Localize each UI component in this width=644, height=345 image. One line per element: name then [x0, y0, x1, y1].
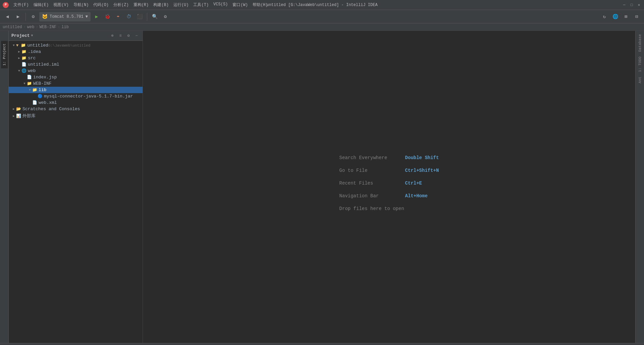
- tree-item[interactable]: ▼📁WEB-INF: [9, 80, 143, 87]
- welcome-shortcut: Double Shift: [405, 155, 439, 160]
- welcome-label: Go to File: [339, 168, 400, 173]
- collapse-button[interactable]: ⊟: [632, 12, 641, 21]
- menu-bar: 文件(F)编辑(E)视图(V)导航(N)代码(O)分析(Z)重构(R)构建(B)…: [11, 1, 270, 8]
- tree-item-name: 外部库: [22, 113, 36, 119]
- tree-item[interactable]: ▼🌐web: [9, 68, 143, 74]
- menu-item-n[interactable]: 导航(N): [71, 1, 91, 8]
- tree-item-name: .idea: [28, 49, 41, 54]
- menu-item-r[interactable]: 重构(R): [131, 1, 151, 8]
- right-tab-database[interactable]: Database: [637, 32, 643, 54]
- welcome-line: Recent FilesCtrl+E: [339, 181, 439, 186]
- tree-item[interactable]: ▼📁lib: [9, 87, 143, 93]
- run-config-label: Tomcat 8.5.701: [50, 14, 84, 19]
- tree-item-name: Scratches and Consoles: [22, 107, 80, 112]
- tree-item[interactable]: ▼▼ 📁untitled G:\JavaWeb\untitled: [9, 42, 143, 49]
- welcome-line: Navigation BarAlt+Home: [339, 193, 439, 199]
- tomcat-icon: 🐱: [42, 14, 48, 19]
- coverage-button[interactable]: ☂: [113, 12, 123, 21]
- menu-item-v[interactable]: 视图(V): [51, 1, 71, 8]
- tree-item-name: src: [28, 56, 36, 61]
- update-button[interactable]: ↻: [600, 12, 609, 21]
- menu-item-f[interactable]: 文件(F): [11, 1, 31, 8]
- run-config-arrow: ▼: [86, 14, 88, 19]
- menu-item-u[interactable]: 运行(U): [171, 1, 191, 8]
- project-panel: Project ▼ ⊕ ≡ ⚙ − ▼▼ 📁untitled G:\JavaWe…: [9, 31, 143, 343]
- panel-settings-button[interactable]: ⚙: [125, 32, 132, 39]
- left-strip: 1: Project: [0, 31, 9, 343]
- menu-item-z[interactable]: 分析(Z): [111, 1, 131, 8]
- main-layout: 1: Project Project ▼ ⊕ ≡ ⚙ − ▼▼ 📁untitle…: [0, 31, 644, 343]
- search-button[interactable]: 🔍: [150, 12, 159, 21]
- project-panel-actions: ⊕ ≡ ⚙ −: [109, 32, 140, 39]
- welcome-shortcut: Ctrl+Shift+N: [405, 168, 439, 173]
- file-icon: 📄: [27, 75, 32, 80]
- editor-area[interactable]: Search EverywhereDouble ShiftGo to FileC…: [143, 31, 635, 343]
- run-config-selector[interactable]: 🐱 Tomcat 8.5.701 ▼: [39, 12, 91, 21]
- file-icon: 📄: [21, 62, 26, 67]
- welcome-label: Drop files here to open: [339, 206, 404, 211]
- menu-item-b[interactable]: 构建(B): [151, 1, 171, 8]
- debug-button[interactable]: 🐞: [103, 12, 112, 21]
- right-tab-ant[interactable]: Ant: [637, 75, 643, 85]
- tree-item-name: web: [28, 68, 36, 73]
- file-icon: 📁: [27, 81, 32, 86]
- menu-item-t[interactable]: 工具(T): [191, 1, 211, 8]
- terminal-button[interactable]: ⊞: [621, 12, 631, 21]
- tree-arrow: ▶: [11, 107, 16, 111]
- tree-item[interactable]: ▶📁.idea: [9, 49, 143, 55]
- breadcrumb-webinf[interactable]: WEB-INF: [40, 25, 56, 29]
- profile-button[interactable]: ⏱: [124, 12, 133, 21]
- tree-item[interactable]: ▶📊外部库: [9, 112, 143, 120]
- tree-item-name: web.xml: [39, 100, 57, 105]
- tree-item[interactable]: ▶📁src: [9, 55, 143, 61]
- file-icon: 📁: [21, 49, 26, 54]
- tree-item-suffix: G:\JavaWeb\untitled: [48, 44, 90, 48]
- back-button[interactable]: ◀: [3, 12, 12, 21]
- breadcrumb-lib[interactable]: lib: [61, 25, 69, 29]
- breadcrumb-web[interactable]: web: [27, 25, 35, 29]
- file-icon: 🌐: [21, 68, 26, 73]
- menu-item-e[interactable]: 编辑(E): [32, 1, 51, 8]
- tree-item-name: lib: [39, 87, 46, 92]
- sidebar-item-project[interactable]: 1: Project: [1, 41, 8, 68]
- title-bar-left: P 文件(F)编辑(E)视图(V)导航(N)代码(O)分析(Z)重构(R)构建(…: [3, 1, 270, 8]
- welcome-line: Drop files here to open: [339, 206, 439, 211]
- close-panel-button[interactable]: −: [133, 32, 140, 39]
- menu-item-w[interactable]: 窗口(W): [230, 1, 250, 8]
- file-icon: 📊: [16, 114, 21, 119]
- stop-button[interactable]: ⬛: [135, 12, 144, 21]
- settings-button[interactable]: ⚙: [161, 12, 170, 21]
- status-bar: ☕ Java Enterprise ⬛ Terminal ☑ 6: TODO 🔔…: [0, 343, 644, 345]
- collapse-all-button[interactable]: ≡: [117, 32, 124, 39]
- welcome-line: Search EverywhereDouble Shift: [339, 155, 439, 160]
- welcome-content: Search EverywhereDouble ShiftGo to FileC…: [339, 155, 439, 219]
- tree-item[interactable]: 📄index.jsp: [9, 74, 143, 80]
- project-title-label: Project: [11, 33, 30, 38]
- tree-item[interactable]: 🔵mysql-connector-java-5.1.7-bin.jar: [9, 93, 143, 99]
- right-sidebar: Database 1: TODO Ant: [635, 31, 644, 343]
- project-panel-title: Project ▼: [11, 33, 33, 38]
- minimize-button[interactable]: ─: [622, 3, 627, 7]
- menu-item-vcss[interactable]: VCS(S): [211, 1, 230, 8]
- open-in-browser-button[interactable]: 🌐: [610, 12, 620, 21]
- maximize-button[interactable]: □: [629, 3, 634, 7]
- forward-button[interactable]: ▶: [13, 12, 23, 21]
- project-title-arrow[interactable]: ▼: [31, 34, 33, 38]
- file-icon: 📁: [21, 56, 26, 61]
- toolbar-sep-2: [147, 13, 147, 21]
- tree-item[interactable]: 📄untitled.iml: [9, 61, 143, 68]
- right-tab-todo[interactable]: 1: TODO: [637, 55, 643, 74]
- tree-item[interactable]: 📄web.xml: [9, 99, 143, 106]
- app-icon: P: [3, 2, 9, 8]
- breadcrumb-untitled[interactable]: untitled: [3, 25, 22, 29]
- tree-item-name: index.jsp: [33, 75, 57, 80]
- file-icon: ▼ 📁: [16, 43, 26, 48]
- menu-item-o[interactable]: 代码(O): [91, 1, 111, 8]
- run-config-settings-button[interactable]: ⚙: [29, 12, 38, 21]
- run-button[interactable]: ▶: [92, 12, 101, 21]
- close-button[interactable]: ✕: [637, 3, 641, 7]
- locate-file-button[interactable]: ⊕: [109, 32, 116, 39]
- breadcrumb: untitled › web › WEB-INF › lib: [0, 23, 644, 31]
- tree-item[interactable]: ▶📂Scratches and Consoles: [9, 106, 143, 112]
- welcome-label: Search Everywhere: [339, 155, 400, 160]
